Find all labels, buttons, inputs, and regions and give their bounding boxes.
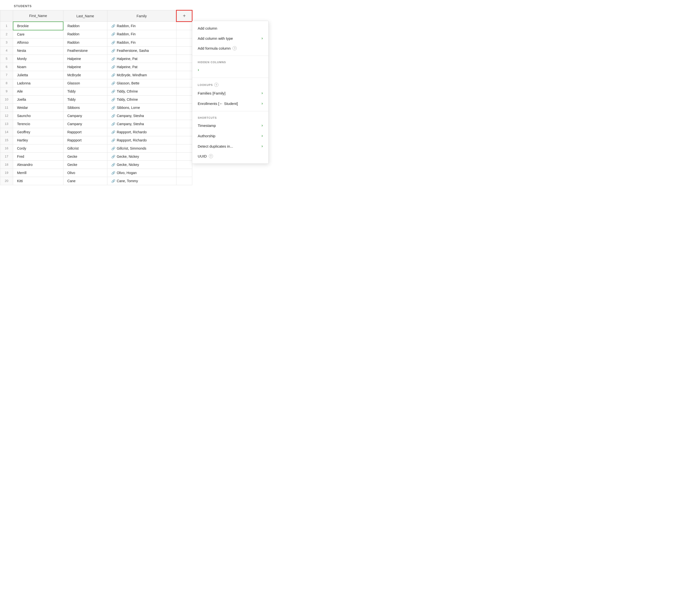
empty-add-col-cell [177, 144, 192, 152]
table-row: 16CordyGillcrist🔗Gillcrist, Simmonds [0, 144, 192, 152]
last-name-cell[interactable]: Olivo [63, 169, 107, 177]
last-name-cell[interactable]: Glasson [63, 79, 107, 87]
table-row: 9AileTiddy🔗Tiddy, Cthrine [0, 87, 192, 95]
family-cell[interactable]: 🔗Rappport, Richardo [107, 128, 176, 136]
last-name-cell[interactable]: Raddon [63, 30, 107, 39]
family-cell[interactable]: 🔗Halpeine, Pat [107, 55, 176, 63]
family-cell[interactable]: 🔗Gecke, Nickey [107, 161, 176, 169]
last-name-cell[interactable]: Rappport [63, 136, 107, 144]
first-name-cell[interactable]: Julietta [13, 71, 63, 79]
family-cell[interactable]: 🔗Tiddy, Cthrine [107, 87, 176, 95]
family-cell[interactable]: 🔗Gillcrist, Simmonds [107, 144, 176, 152]
first-name-cell[interactable]: Merrill [13, 169, 63, 177]
dropdown-item-add-column-with-type[interactable]: Add column with type› [192, 33, 268, 43]
first-name-cell[interactable]: Brockie [13, 22, 63, 30]
first-name-cell[interactable]: Mordy [13, 55, 63, 63]
add-column-header-button[interactable]: + [177, 10, 192, 22]
last-name-cell[interactable]: Halpeine [63, 55, 107, 63]
family-cell[interactable]: 🔗McBryde, Windham [107, 71, 176, 79]
first-name-cell[interactable]: Joella [13, 95, 63, 103]
chevron-right-icon: › [262, 36, 263, 41]
dropdown-item-authorship[interactable]: Authorship› [192, 131, 268, 141]
last-name-cell[interactable]: Gillcrist [63, 144, 107, 152]
first-name-cell[interactable]: Nesta [13, 46, 63, 55]
empty-add-col-cell [177, 111, 192, 120]
family-cell[interactable]: 🔗Sibbons, Lorne [107, 103, 176, 111]
family-cell[interactable]: 🔗Tiddy, Cthrine [107, 95, 176, 103]
link-icon: 🔗 [111, 98, 115, 102]
first-name-cell[interactable]: Alexandro [13, 161, 63, 169]
last-name-cell[interactable]: Campany [63, 111, 107, 120]
dropdown-item-add-formula-column[interactable]: Add formula column? [192, 43, 268, 53]
empty-add-col-cell [177, 63, 192, 71]
last-name-cell[interactable]: Halpeine [63, 63, 107, 71]
first-name-cell[interactable]: Aile [13, 87, 63, 95]
table-row: 12SaunchoCampany🔗Campany, Stesha [0, 111, 192, 120]
last-name-cell[interactable]: Cane [63, 177, 107, 185]
family-cell[interactable]: 🔗Raddon, Fin [107, 22, 176, 30]
last-name-cell[interactable]: Rappport [63, 128, 107, 136]
row-number: 5 [0, 55, 13, 63]
last-name-cell[interactable]: Raddon [63, 22, 107, 30]
first-name-cell[interactable]: Alfonso [13, 38, 63, 46]
family-cell[interactable]: 🔗Olivo, Hogan [107, 169, 176, 177]
dropdown-section-lookups: LOOKUPS?Families [Family]›Enrollments [←… [192, 78, 268, 111]
help-circle-icon[interactable]: ? [214, 83, 219, 87]
link-icon: 🔗 [111, 73, 115, 77]
first-name-cell[interactable]: Fred [13, 152, 63, 161]
row-number: 20 [0, 177, 13, 185]
link-icon: 🔗 [111, 90, 115, 93]
first-name-cell[interactable]: Hartley [13, 136, 63, 144]
link-icon: 🔗 [111, 65, 115, 69]
last-name-cell[interactable]: Tiddy [63, 95, 107, 103]
first-name-cell[interactable]: Weidar [13, 103, 63, 111]
family-cell[interactable]: 🔗Cane, Tommy [107, 177, 176, 185]
last-name-cell[interactable]: Gecke [63, 161, 107, 169]
first-name-cell[interactable]: Cordy [13, 144, 63, 152]
first-name-cell[interactable]: Kitti [13, 177, 63, 185]
empty-add-col-cell [177, 128, 192, 136]
family-cell[interactable]: 🔗Glasson, Bette [107, 79, 176, 87]
last-name-cell[interactable]: Tiddy [63, 87, 107, 95]
dropdown-item-label-timestamp: Timestamp [198, 123, 216, 128]
family-cell[interactable]: 🔗Featherstone, Sasha [107, 46, 176, 55]
dropdown-item-detect-duplicates[interactable]: Detect duplicates in...› [192, 141, 268, 151]
students-table: First_Name Last_Name Family + 1BrockieRa… [0, 10, 193, 185]
dropdown-item-add-column[interactable]: Add column [192, 24, 268, 33]
col-header-family: Family [107, 10, 176, 22]
first-name-cell[interactable]: Care [13, 30, 63, 39]
first-name-cell[interactable]: Ladonna [13, 79, 63, 87]
first-name-cell[interactable]: Geoffrey [13, 128, 63, 136]
family-cell[interactable]: 🔗Halpeine, Pat [107, 63, 176, 71]
last-name-cell[interactable]: Featherstone [63, 46, 107, 55]
first-name-cell[interactable]: Noam [13, 63, 63, 71]
first-name-cell[interactable]: Terencio [13, 120, 63, 128]
help-circle-icon[interactable]: ? [209, 154, 213, 158]
empty-add-col-cell [177, 38, 192, 46]
family-cell[interactable]: 🔗Raddon, Fin [107, 30, 176, 39]
table-row: 15HartleyRappport🔗Rappport, Richardo [0, 136, 192, 144]
table-row: 1BrockieRaddon🔗Raddon, Fin [0, 22, 192, 30]
family-cell[interactable]: 🔗Campany, Stesha [107, 111, 176, 120]
first-name-cell[interactable]: Sauncho [13, 111, 63, 120]
family-cell[interactable]: 🔗Gecke, Nickey [107, 152, 176, 161]
link-icon: 🔗 [111, 24, 115, 28]
last-name-cell[interactable]: McBryde [63, 71, 107, 79]
dropdown-item-enrollments-student[interactable]: Enrollments [← Student]› [192, 98, 268, 109]
help-circle-icon[interactable]: ? [233, 46, 237, 50]
row-number: 9 [0, 87, 13, 95]
empty-add-col-cell [177, 55, 192, 63]
link-icon: 🔗 [111, 155, 115, 159]
dropdown-item-families-family[interactable]: Families [Family]› [192, 88, 268, 98]
dropdown-item-timestamp[interactable]: Timestamp› [192, 120, 268, 131]
last-name-cell[interactable]: Gecke [63, 152, 107, 161]
last-name-cell[interactable]: Sibbons [63, 103, 107, 111]
dropdown-item-hidden-columns[interactable]: › [192, 65, 268, 75]
family-cell[interactable]: 🔗Rappport, Richardo [107, 136, 176, 144]
dropdown-item-uuid[interactable]: UUID? [192, 151, 268, 161]
family-cell[interactable]: 🔗Campany, Stesha [107, 120, 176, 128]
family-cell[interactable]: 🔗Raddon, Fin [107, 38, 176, 46]
dropdown-item-label-detect-duplicates: Detect duplicates in... [198, 144, 233, 148]
last-name-cell[interactable]: Raddon [63, 38, 107, 46]
last-name-cell[interactable]: Campany [63, 120, 107, 128]
